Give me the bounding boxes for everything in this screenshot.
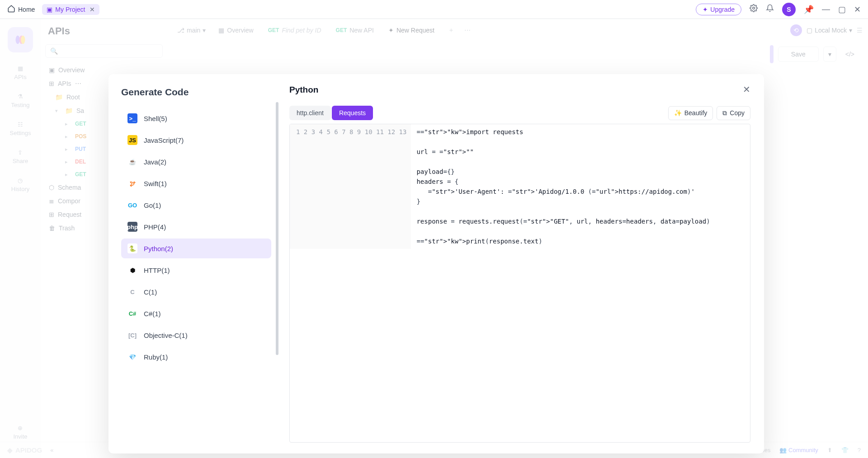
- refresh-button[interactable]: ⟲: [790, 24, 802, 36]
- tab-new-request[interactable]: ✦New Request: [382, 24, 441, 37]
- rail-item-share[interactable]: ⇪ Share: [13, 149, 28, 164]
- rail-item-label: Settings: [10, 130, 31, 136]
- upload-icon[interactable]: ⬆: [827, 447, 832, 453]
- language-icon: JS: [127, 135, 137, 145]
- language-item-ruby[interactable]: 💎Ruby(1): [121, 347, 271, 367]
- beautify-button[interactable]: ✨Beautify: [668, 106, 713, 120]
- language-item-python[interactable]: 🐍Python(2): [121, 238, 271, 258]
- environment-dropdown[interactable]: ▢Local Mock ▾: [807, 27, 852, 34]
- code-editor[interactable]: 1 2 3 4 5 6 7 8 9 10 11 12 13 =="str">"k…: [289, 124, 750, 443]
- language-label: JavaScript(7): [144, 136, 184, 144]
- language-item-go[interactable]: GOGo(1): [121, 195, 271, 215]
- library-tab-requests[interactable]: Requests: [332, 106, 373, 120]
- modal-left-title: Generate Code: [121, 87, 271, 98]
- code-panel: ✕ Python http.clientRequests ✨Beautify ⧉…: [280, 74, 764, 453]
- tabs-row: ⎇main ▾ ▦Overview GETFind pet by ID GETN…: [167, 19, 868, 42]
- sparkle-icon: ✦: [388, 27, 394, 34]
- language-label: Swift(1): [144, 180, 167, 187]
- rail-item-history[interactable]: ◷ History: [11, 177, 29, 192]
- language-icon: >_: [127, 113, 137, 123]
- sidebar-title: APIs: [45, 25, 163, 37]
- language-item-objective-c[interactable]: [C]Objective-C(1): [121, 325, 271, 345]
- menu-icon[interactable]: ☰: [857, 27, 863, 34]
- tab-overview[interactable]: ▦Overview: [212, 24, 259, 37]
- close-button[interactable]: ✕: [743, 84, 750, 95]
- share-icon: ⇪: [18, 149, 23, 156]
- language-icon: C#: [127, 308, 137, 318]
- titlebar: Home ▣ My Project ✕ ✦ Upgrade S 📌 — ▢ ✕: [0, 0, 868, 19]
- language-item-shell[interactable]: >_Shell(5): [121, 108, 271, 128]
- window-close-icon[interactable]: ✕: [854, 5, 861, 14]
- language-label: Java(2): [144, 158, 166, 166]
- branch-dropdown[interactable]: ⎇main ▾: [173, 25, 210, 36]
- upgrade-button[interactable]: ✦ Upgrade: [696, 4, 741, 15]
- language-item-java[interactable]: ☕Java(2): [121, 152, 271, 172]
- project-tab[interactable]: ▣ My Project ✕: [42, 4, 99, 15]
- bell-icon[interactable]: [766, 4, 774, 14]
- add-tab-button[interactable]: ＋: [443, 26, 460, 34]
- folder-icon: 📁: [65, 107, 73, 114]
- tab-new-api[interactable]: GETNew API: [330, 24, 380, 37]
- gear-icon[interactable]: [750, 4, 758, 14]
- code-generate-button[interactable]: </>: [841, 47, 859, 61]
- language-item-php[interactable]: phpPHP(4): [121, 217, 271, 237]
- flask-icon: ⚗: [18, 93, 23, 100]
- rail-item-label: Testing: [11, 102, 29, 108]
- request-toolbar: Save ▾ </>: [167, 42, 868, 67]
- language-item-c[interactable]: CC(1): [121, 282, 271, 302]
- rail-item-apis[interactable]: ▦ APIs: [14, 65, 26, 80]
- tab-find-pet[interactable]: GETFind pet by ID: [262, 24, 328, 37]
- avatar[interactable]: S: [782, 3, 796, 16]
- code-icon: </>: [845, 51, 854, 58]
- language-label: HTTP(1): [144, 266, 170, 274]
- language-label: Python(2): [144, 245, 173, 252]
- language-icon: C: [127, 287, 137, 297]
- chevron-right-icon: ▸: [65, 121, 71, 127]
- upgrade-label: Upgrade: [710, 6, 735, 13]
- branch-icon: ⎇: [177, 27, 184, 34]
- window-minimize-icon[interactable]: —: [822, 5, 830, 14]
- project-icon: ▣: [47, 6, 52, 13]
- grid-icon: ⊞: [49, 80, 54, 87]
- language-label: C(1): [144, 288, 157, 296]
- library-tab-http-client[interactable]: http.client: [289, 106, 331, 120]
- person-plus-icon: ⊕: [18, 425, 23, 431]
- language-icon: ⬢: [127, 265, 137, 275]
- layers-icon: ≣: [49, 197, 54, 205]
- plus-box-icon: ⊞: [49, 211, 54, 218]
- language-item-javascript[interactable]: JSJavaScript(7): [121, 130, 271, 150]
- collapse-button[interactable]: «: [50, 447, 53, 453]
- rail-item-settings[interactable]: ☷ Settings: [10, 121, 31, 136]
- save-dropdown[interactable]: ▾: [823, 47, 836, 62]
- language-label: PHP(4): [144, 223, 166, 231]
- chevron-down-icon: ▾: [849, 27, 852, 34]
- shirt-icon[interactable]: 👕: [841, 447, 849, 453]
- language-item-c-[interactable]: C#C#(1): [121, 304, 271, 323]
- copy-button[interactable]: ⧉Copy: [717, 106, 750, 120]
- scrollbar-thumb[interactable]: [276, 102, 278, 355]
- tab-more-icon[interactable]: ⋯: [462, 27, 473, 34]
- window-maximize-icon[interactable]: ▢: [838, 5, 846, 14]
- send-button-edge[interactable]: [770, 45, 774, 63]
- pin-icon[interactable]: 📌: [804, 5, 814, 14]
- close-icon[interactable]: ✕: [90, 6, 95, 13]
- code-content: =="str">"kw">import requests url = ="str…: [411, 124, 715, 249]
- language-icon: ☕: [127, 157, 137, 167]
- sliders-icon: ☷: [18, 121, 23, 128]
- copy-icon: ⧉: [722, 109, 727, 117]
- help-icon[interactable]: ?: [858, 447, 861, 453]
- language-item-swift[interactable]: 🕊Swift(1): [121, 173, 271, 193]
- clock-icon: ◷: [18, 177, 23, 184]
- home-button[interactable]: Home: [7, 5, 35, 14]
- language-icon: 🐍: [127, 243, 137, 253]
- search-input[interactable]: 🔍: [45, 44, 163, 58]
- database-icon: ▦: [18, 65, 23, 72]
- app-logo[interactable]: [8, 27, 33, 52]
- rail-item-invite[interactable]: ⊕ Invite: [13, 425, 27, 440]
- save-button[interactable]: Save: [778, 47, 819, 62]
- chevron-down-icon: ▾: [203, 27, 206, 34]
- language-item-http[interactable]: ⬢HTTP(1): [121, 260, 271, 280]
- rail-item-testing[interactable]: ⚗ Testing: [11, 93, 29, 108]
- box-icon: ▣: [49, 66, 55, 74]
- community-button[interactable]: 👥 Community: [779, 447, 818, 453]
